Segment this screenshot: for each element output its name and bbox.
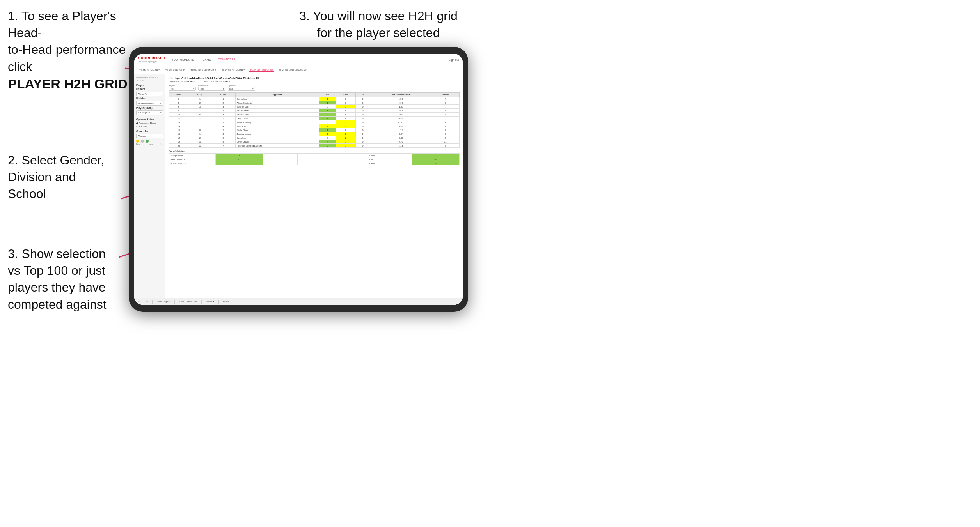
sub-nav-player-summary[interactable]: PLAYER SUMMARY — [220, 69, 246, 72]
toolbar-sep2 — [174, 300, 175, 304]
sub-nav: TEAM SUMMARY TEAM H2H GRID TEAM H2H HEAT… — [134, 66, 463, 74]
sub-nav-team-h2h-heatmap[interactable]: TEAM H2H HEATMAP — [189, 69, 217, 72]
col-win: Win — [319, 93, 336, 97]
table-row: 11 2 5 Heejo Hyun 1 0 0 3.33 3 — [169, 117, 460, 120]
toolbar-undo[interactable]: ↩ — [137, 300, 142, 303]
instruction-bottom-left: 3. Show selectionvs Top 100 or justplaye… — [8, 246, 123, 313]
out-of-division-table: Foreign Team 1 0 0 4.500 2 NAIA Division… — [169, 153, 460, 165]
table-row: 14 7 4 Eunice Yi 2 2 0 0.38 9 — [169, 124, 460, 128]
sidebar-player-rank-label: Player (Rank) — [136, 106, 163, 109]
table-row: 5 2 2 Alexis Sudjianto 1 0 0 4.00 3 — [169, 101, 460, 105]
colour-up — [146, 140, 149, 143]
filter-opponent-label: Opponent — [228, 84, 255, 87]
ood-row: NAIA Division 1 15 0 0 9.267 30 — [169, 157, 460, 161]
col-opponent: Opponent — [235, 93, 319, 97]
sidebar-player-section: Player Gender Women's Division NCAA Divi… — [136, 84, 163, 115]
col-diff: Diff Av Strokes/Rnd — [370, 93, 431, 97]
col-conf: # Conf — [211, 93, 236, 97]
sign-out[interactable]: Sign out — [449, 58, 459, 61]
filter-region-select[interactable]: (All) — [169, 87, 196, 91]
sidebar-colour-section: Colour by Win/loss Down Level Up — [136, 130, 163, 145]
table-row: 20 11 7 Federica Domecq Lacroze 2 1 0 1.… — [169, 144, 460, 148]
app-header: SCOREBOARD Powered by clippd TOURNAMENTS… — [134, 54, 463, 66]
sidebar-division-label: Division — [136, 97, 163, 100]
col-reg: # Reg — [189, 93, 211, 97]
content-area: Katelyn Vo Head-to-Head Grid for Women's… — [165, 74, 463, 305]
toolbar-sep4 — [218, 300, 219, 304]
toolbar-view-original[interactable]: View: Original — [156, 300, 171, 303]
col-div: # Div — [169, 93, 189, 97]
out-of-division-title: Out of division — [169, 150, 460, 152]
sidebar-timestamp: Last Updated: 27/03/2024 16:55:38 — [136, 76, 163, 81]
filter-row: Region (All) Conference (All) Opponent — [169, 84, 460, 91]
tablet-screen: SCOREBOARD Powered by clippd TOURNAMENTS… — [134, 54, 463, 305]
nav-teams[interactable]: TEAMS — [199, 58, 213, 62]
toolbar-sep3 — [201, 300, 202, 304]
colour-labels: Down Level Up — [136, 143, 163, 145]
toolbar-share[interactable]: Share — [222, 300, 230, 303]
radio-opponents-played[interactable]: Opponents Played — [136, 122, 163, 124]
sidebar-gender-label: Gender — [136, 88, 163, 90]
table-row: 18 2 2 Euna Lee 0 2 0 -5.00 2 — [169, 136, 460, 140]
table-row: 16 1 3 Jessica Mason 1 2 0 -0.94 7 — [169, 132, 460, 136]
table-row: 15 8 5 Stella Cheng 1 0 0 1.25 4 — [169, 128, 460, 132]
table-row: 10 6 3 Andrea York 2 0 0 4.00 4 — [169, 113, 460, 117]
col-loss: Loss — [336, 93, 356, 97]
sidebar-colour-label: Colour by — [136, 130, 163, 133]
radio-top-100[interactable]: Top 100 — [136, 125, 163, 127]
filter-conference: Conference (All) — [198, 84, 225, 91]
ood-row: NCAA Division 2 5 0 0 7.400 10 — [169, 161, 460, 165]
grid-title: Katelyn Vo Head-to-Head Grid for Women's… — [169, 76, 460, 80]
instruction-top-left: 1. To see a Player's Head- to-Head perfo… — [8, 8, 133, 93]
radio-dot-unselected — [136, 126, 138, 127]
filter-opponent-select[interactable]: (All) — [228, 87, 255, 91]
tablet-frame: SCOREBOARD Powered by clippd TOURNAMENTS… — [129, 47, 468, 312]
table-row: 6 3 3 Sydney Kuo 0 1 0 -1.00 — [169, 105, 460, 109]
table-row: 3 1 1 Esther Lee 1 0 1 1.50 4 — [169, 97, 460, 101]
sidebar-division-field[interactable]: NCAA Division III — [136, 101, 163, 106]
table-row: 9 1 4 Sharon Mun 1 0 0 3.67 3 — [169, 109, 460, 113]
sub-nav-team-h2h-grid[interactable]: TEAM H2H GRID — [164, 69, 186, 72]
instruction-top-right: 3. You will now see H2H gridfor the play… — [296, 8, 460, 41]
filter-conference-select[interactable]: (All) — [198, 87, 225, 91]
sub-nav-player-h2h-grid[interactable]: PLAYER H2H GRID — [249, 68, 274, 72]
sidebar-player-label: Player — [136, 84, 163, 87]
sub-nav-team-summary[interactable]: TEAM SUMMARY — [138, 69, 161, 72]
toolbar-save-custom[interactable]: Save Custom View — [178, 300, 198, 303]
filter-region: Region (All) — [169, 84, 196, 91]
colour-circles — [136, 140, 163, 143]
sidebar-opponent-view: Opponent view Opponents Played Top 100 — [136, 118, 163, 127]
colour-down — [136, 140, 139, 143]
filter-conference-label: Conference — [198, 84, 225, 87]
sub-nav-player-h2h-heatmap[interactable]: PLAYER H2H HEATMAP — [277, 69, 308, 72]
col-tie: Tie — [356, 93, 370, 97]
filter-opponent: Opponent (All) — [228, 84, 255, 91]
nav-items: TOURNAMENTS TEAMS COMMITTEE — [170, 57, 237, 62]
data-table: # Div # Reg # Conf Opponent Win Loss Tie… — [169, 92, 460, 148]
colour-level — [141, 140, 144, 143]
app-logo: SCOREBOARD Powered by clippd — [138, 57, 165, 63]
grid-record: Overall Record: 353 - 34 - 6 Division Re… — [169, 80, 460, 83]
instruction-mid-left: 2. Select Gender,Division andSchool — [8, 152, 117, 203]
table-row: 13 1 1 Jessica Huang 0 1 0 -3.00 2 — [169, 120, 460, 124]
main-content: Last Updated: 27/03/2024 16:55:38 Player… — [134, 74, 463, 305]
toolbar-redo[interactable]: ↪ — [145, 300, 149, 303]
ood-row: Foreign Team 1 0 0 4.500 2 — [169, 154, 460, 157]
table-row: 19 10 6 Emily Chang 4 1 0 0.30 11 — [169, 140, 460, 144]
sidebar-player-rank-field[interactable]: 8. Katelyn Vo — [136, 110, 163, 115]
sidebar-opponent-view-label: Opponent view — [136, 118, 163, 121]
toolbar-sep1 — [152, 300, 153, 304]
nav-tournaments[interactable]: TOURNAMENTS — [170, 58, 195, 62]
sidebar: Last Updated: 27/03/2024 16:55:38 Player… — [134, 74, 165, 305]
toolbar-bottom: ↩ ↪ View: Original Save Custom View Watc… — [134, 298, 463, 305]
radio-dot-selected — [136, 122, 138, 124]
col-rounds: Rounds — [431, 93, 460, 97]
toolbar-watch[interactable]: Watch ▾ — [205, 300, 215, 303]
nav-committee[interactable]: COMMITTEE — [217, 57, 237, 62]
filter-region-label: Region — [169, 84, 196, 87]
sidebar-colour-field[interactable]: Win/loss — [136, 134, 163, 138]
sidebar-gender-field[interactable]: Women's — [136, 92, 163, 96]
